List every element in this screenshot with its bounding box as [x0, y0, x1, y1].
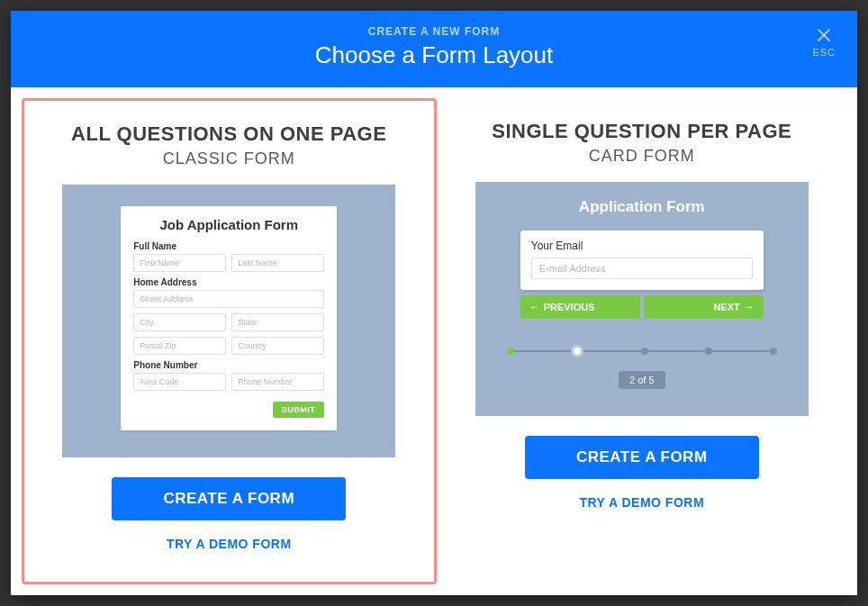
header-subtitle: CREATE A NEW FORM	[29, 25, 839, 38]
progress-dot	[770, 348, 777, 355]
close-label: ESC	[812, 47, 836, 58]
panel-subtitle: CARD FORM	[589, 147, 695, 166]
classic-form-option[interactable]: ALL QUESTIONS ON ONE PAGE CLASSIC FORM J…	[22, 98, 437, 584]
next-label: NEXT	[713, 302, 739, 312]
classic-preview: Job Application Form Full Name First Nam…	[62, 185, 395, 457]
panel-title: SINGLE QUESTION PER PAGE	[492, 120, 791, 143]
try-card-demo-link[interactable]: TRY A DEMO FORM	[579, 495, 704, 510]
card-preview: Application Form Your Email E-mail Addre…	[475, 182, 809, 416]
header-title: Choose a Form Layout	[29, 41, 839, 69]
mini-label-address: Home Address	[133, 277, 324, 287]
mini-form-title: Job Application Form	[133, 217, 324, 232]
prev-button: ← PREVIOUS	[520, 295, 640, 319]
close-button[interactable]: ESC	[812, 25, 836, 58]
card-preview-title: Application Form	[579, 198, 705, 216]
modal-body: ALL QUESTIONS ON ONE PAGE CLASSIC FORM J…	[11, 87, 857, 595]
form-layout-modal: CREATE A NEW FORM Choose a Form Layout E…	[11, 11, 857, 595]
mini-submit-button: SUBMIT	[273, 402, 325, 418]
mini-input: Last Name	[231, 254, 324, 272]
progress-dot	[507, 348, 514, 355]
mini-input: Country	[231, 337, 324, 355]
progress-dot	[705, 348, 712, 355]
progress-dot-active	[571, 345, 583, 357]
create-card-form-button[interactable]: CREATE A FORM	[525, 436, 759, 479]
step-indicator: 2 of 5	[619, 371, 665, 389]
arrow-left-icon: ←	[529, 301, 540, 313]
card-mini-form: Your Email E-mail Address	[520, 231, 764, 290]
modal-header: CREATE A NEW FORM Choose a Form Layout E…	[11, 11, 857, 87]
progress-bar	[507, 346, 777, 357]
progress-dot	[641, 348, 648, 355]
mini-input: Street Address	[133, 290, 324, 308]
next-button: NEXT →	[644, 295, 764, 319]
mini-input: City	[133, 313, 226, 331]
mini-input: Area Code	[133, 373, 226, 391]
classic-mini-form: Job Application Form Full Name First Nam…	[121, 206, 337, 430]
prev-label: PREVIOUS	[544, 302, 595, 312]
try-classic-demo-link[interactable]: TRY A DEMO FORM	[167, 537, 292, 551]
mini-input: Postal Zip	[133, 337, 226, 355]
close-icon	[814, 25, 834, 45]
card-input: E-mail Address	[531, 258, 753, 279]
mini-input: State	[231, 313, 324, 331]
mini-input: First Name	[133, 254, 226, 272]
mini-label-fullname: Full Name	[133, 241, 324, 251]
card-label: Your Email	[531, 240, 753, 252]
card-form-option[interactable]: SINGLE QUESTION PER PAGE CARD FORM Appli…	[438, 98, 847, 584]
panel-subtitle: CLASSIC FORM	[163, 149, 295, 168]
mini-input: Phone Number	[231, 373, 324, 391]
create-classic-form-button[interactable]: CREATE A FORM	[112, 477, 346, 520]
panel-title: ALL QUESTIONS ON ONE PAGE	[71, 122, 386, 146]
arrow-right-icon: →	[744, 301, 755, 313]
mini-label-phone: Phone Number	[133, 360, 324, 370]
